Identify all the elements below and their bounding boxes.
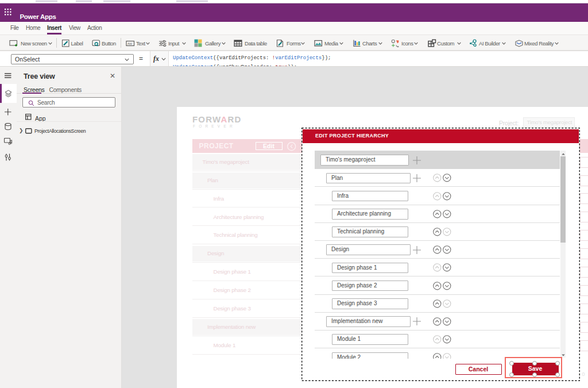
svg-text:Abl: Abl [127,41,132,45]
